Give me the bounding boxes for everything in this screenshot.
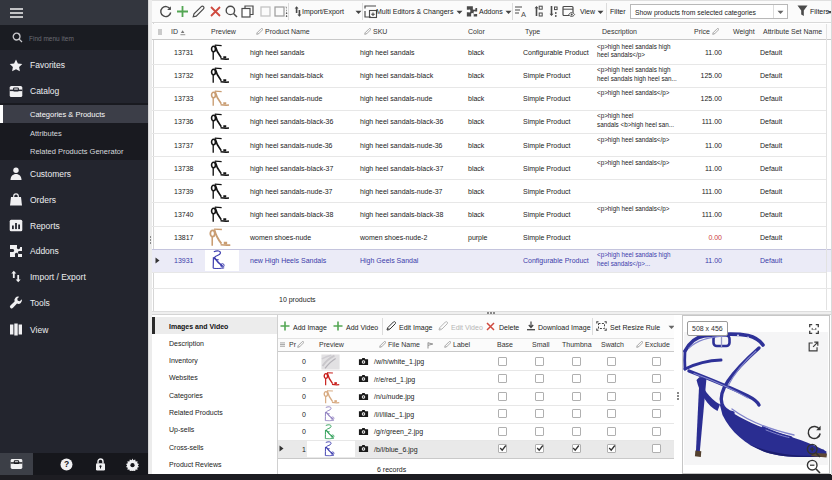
svg-text:?: ? xyxy=(64,459,69,469)
svg-text:A: A xyxy=(521,10,526,19)
